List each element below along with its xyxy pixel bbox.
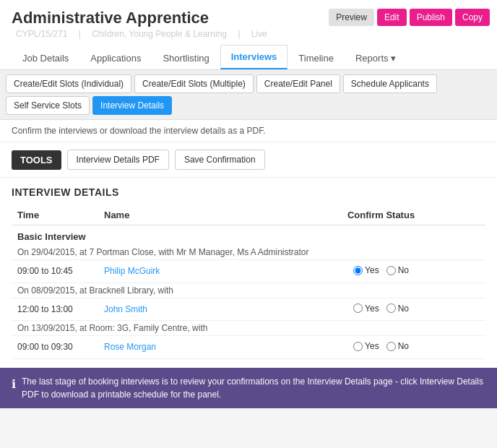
col-confirm-status: Confirm Status [277,205,485,225]
save-confirmation-button[interactable]: Save Confirmation [175,150,265,170]
tools-label: TOOLS [12,150,61,170]
col-time: Time [12,205,98,225]
col-name: Name [98,205,277,225]
time-cell-1: 09:00 to 10:45 [12,260,98,283]
no-radio-3[interactable] [386,342,396,351]
group-header-basic-interview: Basic Interview [12,225,485,246]
status-cell-3: Yes No [277,336,485,359]
yes-radio-2[interactable] [353,303,363,313]
confirm-status-radio-3: Yes No [353,341,409,351]
tab-reports[interactable]: Reports ▾ [345,46,407,69]
edit-button[interactable]: Edit [377,9,407,26]
department: Children, Young People & Learning [92,29,227,39]
sub-nav: Create/Edit Slots (Individual) Create/Ed… [0,70,497,120]
no-radio-2[interactable] [386,303,396,313]
preview-button[interactable]: Preview [329,9,374,26]
name-cell-3: Rose Morgan [98,336,277,359]
no-radio-1[interactable] [386,266,396,275]
applicant-link-1[interactable]: Philip McGuirk [104,266,160,276]
page-description: Confirm the interviews or download the i… [0,120,497,142]
sub-tab-interview-details[interactable]: Interview Details [92,96,172,115]
table-row: 09:00 to 09:30 Rose Morgan Yes No [12,336,485,359]
applicant-link-3[interactable]: Rose Morgan [104,342,156,352]
interview-details-pdf-button[interactable]: Interview Details PDF [67,150,169,170]
status-cell-2: Yes No [277,298,485,321]
info-text: The last stage of booking interviews is … [22,375,485,401]
confirm-status-radio-2: Yes No [353,303,409,314]
status-cell-1: Yes No [277,260,485,283]
action-buttons: Preview Edit Publish Copy [329,9,490,26]
no-option-2[interactable]: No [386,303,409,314]
interview-details-section: INTERVIEW DETAILS Time Name Confirm Stat… [0,178,497,368]
confirm-status-radio-1: Yes No [353,265,409,275]
section-title: INTERVIEW DETAILS [12,186,485,198]
job-ref: CYPL/15/271 [16,29,67,39]
interview-table: Time Name Confirm Status Basic Interview… [12,205,485,359]
tab-shortlisting[interactable]: Shortlisting [152,46,220,69]
sub-tab-schedule-applicants[interactable]: Schedule Applicants [343,74,437,93]
page-subtitle: CYPL/15/271 | Children, Young People & L… [12,29,485,39]
yes-option-2[interactable]: Yes [353,303,379,314]
no-option-1[interactable]: No [386,265,409,275]
sub-tab-create-edit-individual[interactable]: Create/Edit Slots (Individual) [6,74,131,93]
tab-timeline[interactable]: Timeline [288,46,345,69]
yes-option-1[interactable]: Yes [353,265,379,275]
main-nav: Job Details Applications Shortlisting In… [12,45,485,69]
yes-radio-1[interactable] [353,266,363,275]
publish-button[interactable]: Publish [410,9,452,26]
status-badge: Live [251,29,267,39]
sub-tab-create-edit-multiple[interactable]: Create/Edit Slots (Multiple) [134,74,254,93]
info-icon: ℹ [12,376,16,393]
location-row-2: On 08/09/2015, at Bracknell Library, wit… [12,283,485,298]
location-row-1: On 29/04/2015, at 7 Portman Close, with … [12,245,485,260]
table-row: 12:00 to 13:00 John Smith Yes No [12,298,485,321]
tools-bar: TOOLS Interview Details PDF Save Confirm… [0,142,497,178]
applicant-link-2[interactable]: John Smith [104,304,147,314]
copy-button[interactable]: Copy [455,9,490,26]
table-row: 09:00 to 10:45 Philip McGuirk Yes No [12,260,485,283]
sub-tab-create-edit-panel[interactable]: Create/Edit Panel [256,74,340,93]
yes-option-3[interactable]: Yes [353,341,379,351]
time-cell-3: 09:00 to 09:30 [12,336,98,359]
tab-interviews[interactable]: Interviews [220,45,288,69]
yes-radio-3[interactable] [353,342,363,351]
name-cell-2: John Smith [98,298,277,321]
tab-job-details[interactable]: Job Details [12,46,79,69]
name-cell-1: Philip McGuirk [98,260,277,283]
location-row-3: On 13/09/2015, at Room: 3G, Family Centr… [12,321,485,336]
no-option-3[interactable]: No [386,341,409,351]
dropdown-arrow-icon: ▾ [391,53,396,64]
tab-applications[interactable]: Applications [79,46,152,69]
info-bar: ℹ The last stage of booking interviews i… [0,368,497,408]
time-cell-2: 12:00 to 13:00 [12,298,98,321]
sub-tab-self-service-slots[interactable]: Self Service Slots [6,96,90,115]
